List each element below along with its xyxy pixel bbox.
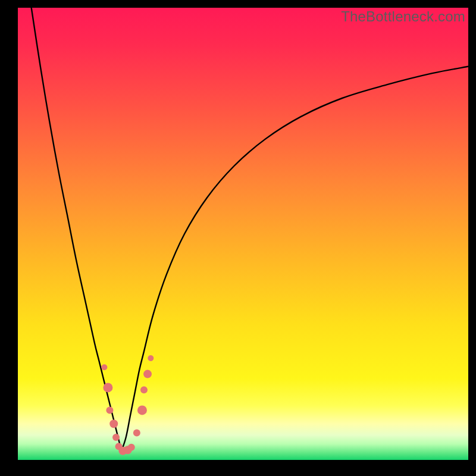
data-marker	[148, 355, 154, 361]
data-marker	[143, 370, 152, 378]
data-marker	[128, 444, 135, 451]
data-marker	[112, 434, 120, 441]
chart-frame: TheBottleneck.com	[0, 0, 476, 476]
curves-layer	[18, 8, 468, 460]
data-marker	[109, 419, 118, 428]
data-marker	[140, 386, 148, 393]
data-marker	[133, 429, 140, 436]
data-marker	[103, 383, 112, 392]
data-marker	[106, 406, 113, 414]
plot-area	[18, 8, 468, 460]
data-marker	[137, 405, 147, 415]
right-branch-curve	[121, 67, 468, 451]
marker-group	[101, 355, 154, 455]
data-marker	[101, 364, 107, 370]
